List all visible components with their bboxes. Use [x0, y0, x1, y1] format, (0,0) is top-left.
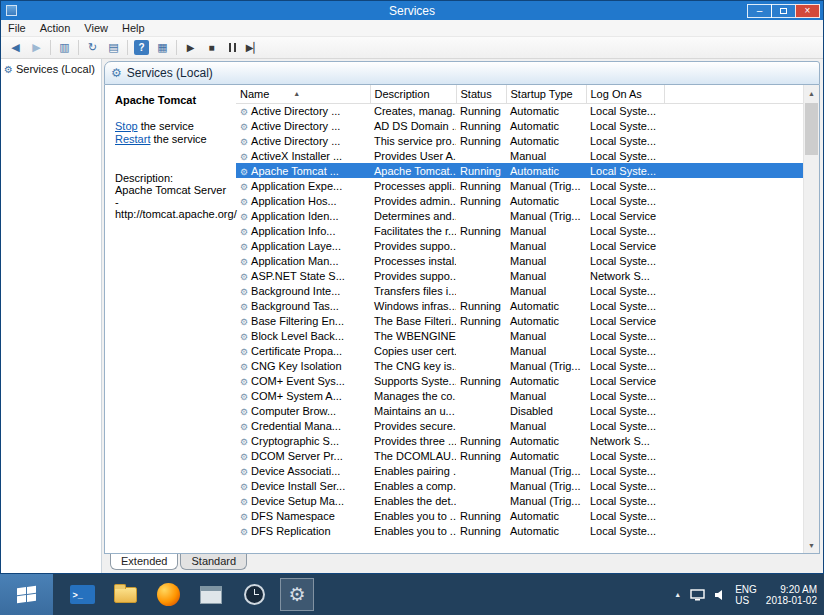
service-filler-cell [664, 118, 803, 133]
service-log-on-as-cell: Local Service [586, 373, 664, 388]
table-row[interactable]: ⚙ASP.NET State S...Provides suppo...Manu… [236, 268, 803, 283]
tree-item-services-local[interactable]: ⚙ Services (Local) [1, 61, 101, 77]
service-description-cell: Enables you to ... [370, 523, 456, 538]
taskbar-clock-app-button[interactable] [237, 578, 271, 611]
volume-icon[interactable] [714, 589, 726, 601]
tray-expand-icon[interactable]: ▲ [674, 591, 681, 598]
service-gear-icon: ⚙ [240, 422, 248, 432]
table-row[interactable]: ⚙Credential Mana...Provides secure...Man… [236, 418, 803, 433]
service-filler-cell [664, 178, 803, 193]
vertical-scrollbar[interactable]: ▲ ▼ [803, 85, 819, 553]
service-log-on-as-cell: Local Syste... [586, 298, 664, 313]
selected-service-name: Apache Tomcat [115, 94, 230, 106]
toolbar: ◀ ▶ ▥ ↻ ▤ ? ▦ ▶ ■ ▶▏ [1, 36, 823, 59]
table-row[interactable]: ⚙Application Iden...Determines and...Man… [236, 208, 803, 223]
pause-service-button[interactable] [222, 38, 243, 57]
stop-service-button[interactable]: ■ [201, 38, 222, 57]
table-row[interactable]: ⚙DFS ReplicationEnables you to ...Runnin… [236, 523, 803, 538]
tab-extended[interactable]: Extended [110, 554, 178, 570]
scroll-up-button[interactable]: ▲ [804, 85, 819, 101]
service-description-cell: Windows infras... [370, 298, 456, 313]
forward-button[interactable]: ▶ [26, 38, 47, 57]
table-row[interactable]: ⚙Background Tas...Windows infras...Runni… [236, 298, 803, 313]
table-row[interactable]: ⚙Active Directory ...This service pro...… [236, 133, 803, 148]
column-header-description[interactable]: Description [370, 85, 456, 103]
stop-service-link[interactable]: Stop [115, 120, 138, 132]
restart-service-link[interactable]: Restart [115, 133, 150, 145]
table-row[interactable]: ⚙DFS NamespaceEnables you to ...RunningA… [236, 508, 803, 523]
table-row[interactable]: ⚙Background Inte...Transfers files i...M… [236, 283, 803, 298]
service-description-cell: This service pro... [370, 133, 456, 148]
start-service-button[interactable]: ▶ [180, 38, 201, 57]
service-status-cell [456, 148, 506, 163]
service-filler-cell [664, 433, 803, 448]
service-log-on-as-cell: Local Syste... [586, 388, 664, 403]
column-header-status[interactable]: Status [456, 85, 506, 103]
table-row[interactable]: ⚙ActiveX Installer ...Provides User A...… [236, 148, 803, 163]
scrollbar-thumb[interactable] [805, 103, 818, 155]
system-tray: ▲ ENG US 9:20 AM 2018-01-02 [674, 584, 824, 606]
titlebar[interactable]: Services – × [1, 1, 823, 20]
minimize-button[interactable]: – [747, 4, 772, 18]
refresh-button[interactable]: ↻ [82, 38, 103, 57]
service-name-cell: ⚙Block Level Back... [236, 328, 370, 343]
scroll-down-button[interactable]: ▼ [804, 537, 819, 553]
menu-action[interactable]: Action [33, 20, 78, 36]
column-header-name[interactable]: Name▲ [236, 85, 370, 103]
back-button[interactable]: ◀ [5, 38, 26, 57]
table-row[interactable]: ⚙Cryptographic S...Provides three ...Run… [236, 433, 803, 448]
service-log-on-as-cell: Local Syste... [586, 148, 664, 163]
restart-service-button[interactable]: ▶▏ [243, 38, 264, 57]
maximize-button[interactable] [771, 4, 796, 18]
table-row[interactable]: ⚙Device Setup Ma...Enables the det...Man… [236, 493, 803, 508]
table-row[interactable]: ⚙Application Hos...Provides admin...Runn… [236, 193, 803, 208]
table-row[interactable]: ⚙Certificate Propa...Copies user cert...… [236, 343, 803, 358]
show-console-tree-button[interactable]: ▥ [54, 38, 75, 57]
service-name-cell: ⚙Device Install Ser... [236, 478, 370, 493]
close-button[interactable]: × [795, 4, 820, 18]
table-row[interactable]: ⚙Device Associati...Enables pairing ...M… [236, 463, 803, 478]
table-row[interactable]: ⚙CNG Key IsolationThe CNG key is...Manua… [236, 358, 803, 373]
column-header-log-on-as[interactable]: Log On As [586, 85, 664, 103]
taskbar-firefox-button[interactable] [151, 578, 185, 611]
table-row[interactable]: ⚙Application Man...Processes instal...Ma… [236, 253, 803, 268]
help-button[interactable]: ? [134, 40, 149, 55]
service-startup-type-cell: Automatic [506, 163, 586, 178]
table-row[interactable]: ⚙COM+ System A...Manages the co...Manual… [236, 388, 803, 403]
menu-file[interactable]: File [1, 20, 33, 36]
column-header-startup-type[interactable]: Startup Type [506, 85, 586, 103]
start-button[interactable] [0, 574, 53, 615]
network-icon[interactable] [690, 589, 705, 601]
taskbar-powershell-button[interactable]: >_ [65, 578, 99, 611]
service-description-cell: Processes appli... [370, 178, 456, 193]
table-row[interactable]: ⚙Apache Tomcat ...Apache Tomcat...Runnin… [236, 163, 803, 178]
table-row[interactable]: ⚙Base Filtering En...The Base Filteri...… [236, 313, 803, 328]
tab-standard[interactable]: Standard [180, 554, 247, 570]
table-row[interactable]: ⚙Computer Brow...Maintains an u...Disabl… [236, 403, 803, 418]
services-extended-view: Apache Tomcat Stop the service Restart t… [104, 85, 820, 554]
service-status-cell: Running [456, 433, 506, 448]
show-action-pane-button[interactable]: ▦ [152, 38, 173, 57]
description-label: Description: [115, 172, 230, 184]
table-row[interactable]: ⚙Device Install Ser...Enables a comp...M… [236, 478, 803, 493]
table-row[interactable]: ⚙Application Laye...Provides suppo...Man… [236, 238, 803, 253]
menu-view[interactable]: View [77, 20, 115, 36]
taskbar-file-explorer-button[interactable] [108, 578, 142, 611]
table-row[interactable]: ⚙Active Directory ...AD DS Domain ...Run… [236, 118, 803, 133]
taskbar-app-window-button[interactable] [194, 578, 228, 611]
table-row[interactable]: ⚙Application Expe...Processes appli...Ru… [236, 178, 803, 193]
menu-help[interactable]: Help [115, 20, 152, 36]
table-row[interactable]: ⚙DCOM Server Pr...The DCOMLAU...RunningA… [236, 448, 803, 463]
service-status-cell: Running [456, 373, 506, 388]
export-list-button[interactable]: ▤ [103, 38, 124, 57]
table-row[interactable]: ⚙COM+ Event Sys...Supports Syste...Runni… [236, 373, 803, 388]
taskbar-clock[interactable]: 9:20 AM 2018-01-02 [766, 584, 817, 606]
language-indicator[interactable]: ENG US [735, 584, 757, 606]
table-row[interactable]: ⚙Block Level Back...The WBENGINE...Manua… [236, 328, 803, 343]
scrollbar-track[interactable] [804, 101, 819, 537]
table-row[interactable]: ⚙Application Info...Facilitates the r...… [236, 223, 803, 238]
service-log-on-as-cell: Local Syste... [586, 133, 664, 148]
service-log-on-as-cell: Local Syste... [586, 193, 664, 208]
taskbar-services-button[interactable]: ⚙ [280, 578, 314, 611]
table-row[interactable]: ⚙Active Directory ...Creates, manag...Ru… [236, 103, 803, 118]
